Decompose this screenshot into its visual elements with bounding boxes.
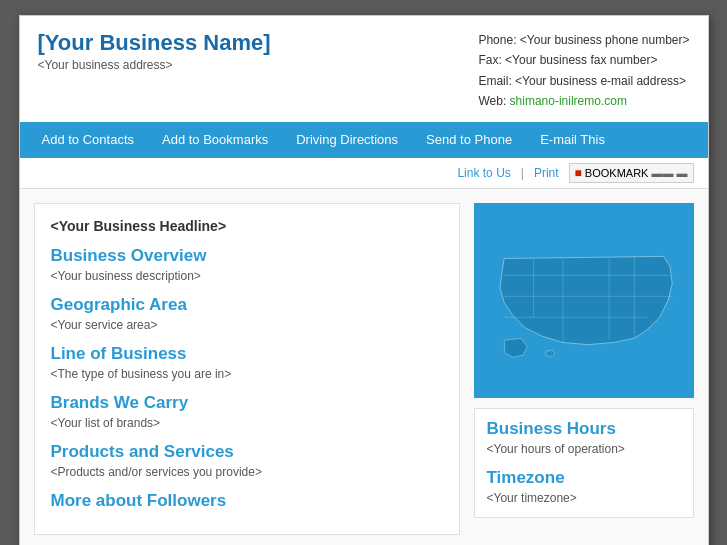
- lob-heading: Line of Business: [51, 344, 443, 364]
- business-name: [Your Business Name]: [38, 30, 271, 56]
- hours-heading: Business Hours: [487, 419, 681, 439]
- bookmark-btn[interactable]: ■ BOOKMARK ▬▬ ▬: [569, 163, 694, 183]
- phone-info: Phone: <Your business phone number>: [478, 30, 689, 50]
- timezone-heading: Timezone: [487, 468, 681, 488]
- web-label: Web:: [478, 94, 509, 108]
- nav-add-bookmarks[interactable]: Add to Bookmarks: [148, 122, 282, 158]
- nav-email-this[interactable]: E-mail This: [526, 122, 619, 158]
- left-column: <Your Business Headline> Business Overvi…: [34, 203, 460, 535]
- email-info: Email: <Your business e-mail address>: [478, 71, 689, 91]
- geo-text: <Your service area>: [51, 318, 443, 332]
- svg-point-8: [547, 351, 551, 355]
- brands-text: <Your list of brands>: [51, 416, 443, 430]
- website-link[interactable]: shimano-inilremo.com: [510, 94, 627, 108]
- bookmark-label: BOOKMARK: [585, 167, 649, 179]
- page-container: [Your Business Name] <Your business addr…: [19, 15, 709, 545]
- lob-text: <The type of business you are in>: [51, 367, 443, 381]
- nav-bar: Add to Contacts Add to Bookmarks Driving…: [20, 122, 708, 158]
- products-heading: Products and Services: [51, 442, 443, 462]
- main-content: <Your Business Headline> Business Overvi…: [20, 189, 708, 545]
- web-info: Web: shimano-inilremo.com: [478, 91, 689, 111]
- print-btn[interactable]: Print: [534, 166, 559, 180]
- fax-info: Fax: <Your business fax number>: [478, 50, 689, 70]
- bookmark-icon: ■: [575, 166, 582, 180]
- geo-heading: Geographic Area: [51, 295, 443, 315]
- header-right: Phone: <Your business phone number> Fax:…: [478, 30, 689, 112]
- business-headline: <Your Business Headline>: [51, 218, 443, 234]
- business-address: <Your business address>: [38, 58, 271, 72]
- header: [Your Business Name] <Your business addr…: [20, 16, 708, 122]
- toolbar-row: Link to Us | Print ■ BOOKMARK ▬▬ ▬: [20, 158, 708, 189]
- brands-heading: Brands We Carry: [51, 393, 443, 413]
- business-hours-section: Business Hours <Your hours of operation>…: [474, 408, 694, 518]
- header-left: [Your Business Name] <Your business addr…: [38, 30, 271, 112]
- products-text: <Products and/or services you provide>: [51, 465, 443, 479]
- link-to-us-btn[interactable]: Link to Us: [457, 166, 510, 180]
- us-map-svg: [479, 208, 689, 393]
- overview-text: <Your business description>: [51, 269, 443, 283]
- toolbar-separator: |: [521, 166, 524, 180]
- bookmark-extra-icons: ▬▬ ▬: [651, 167, 687, 179]
- nav-send-to-phone[interactable]: Send to Phone: [412, 122, 526, 158]
- hours-text: <Your hours of operation>: [487, 442, 681, 456]
- nav-driving-directions[interactable]: Driving Directions: [282, 122, 412, 158]
- more-heading: More about Followers: [51, 491, 443, 511]
- overview-heading: Business Overview: [51, 246, 443, 266]
- map-box: [474, 203, 694, 398]
- right-column: Business Hours <Your hours of operation>…: [474, 203, 694, 535]
- timezone-text: <Your timezone>: [487, 491, 681, 505]
- nav-add-contacts[interactable]: Add to Contacts: [28, 122, 149, 158]
